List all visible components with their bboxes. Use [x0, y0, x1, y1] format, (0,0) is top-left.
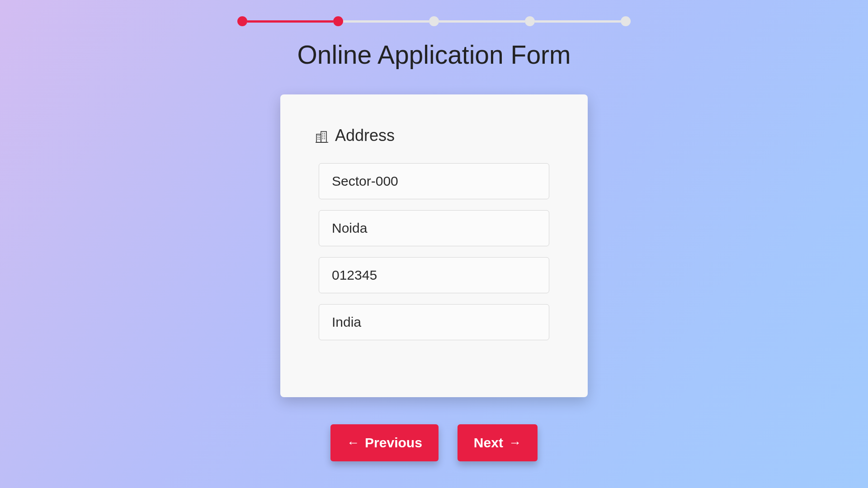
previous-button[interactable]: ← Previous	[330, 424, 439, 461]
arrow-left-icon: ←	[347, 436, 359, 450]
step-line-3	[439, 20, 525, 23]
svg-rect-1	[321, 131, 326, 142]
next-button[interactable]: Next →	[458, 424, 538, 461]
button-row: ← Previous Next →	[330, 424, 538, 461]
step-line-4	[535, 20, 621, 23]
step-line-1	[247, 20, 333, 23]
step-dot-4	[525, 16, 535, 26]
country-field[interactable]	[319, 304, 549, 340]
section-title: Address	[335, 126, 395, 145]
step-dot-5	[621, 16, 631, 26]
step-dot-1	[237, 16, 247, 26]
section-header: Address	[314, 126, 549, 145]
city-field[interactable]	[319, 210, 549, 246]
progress-stepper	[237, 16, 631, 26]
form-card: Address	[280, 94, 588, 397]
arrow-right-icon: →	[509, 436, 521, 450]
step-dot-2	[333, 16, 343, 26]
postal-field[interactable]	[319, 257, 549, 293]
step-line-2	[343, 20, 429, 23]
street-field[interactable]	[319, 163, 549, 199]
buildings-icon	[314, 128, 330, 143]
previous-button-label: Previous	[365, 435, 422, 450]
page-title: Online Application Form	[297, 40, 571, 70]
next-button-label: Next	[474, 435, 503, 450]
svg-rect-0	[316, 134, 321, 142]
inputs-group	[319, 163, 549, 340]
step-dot-3	[429, 16, 439, 26]
